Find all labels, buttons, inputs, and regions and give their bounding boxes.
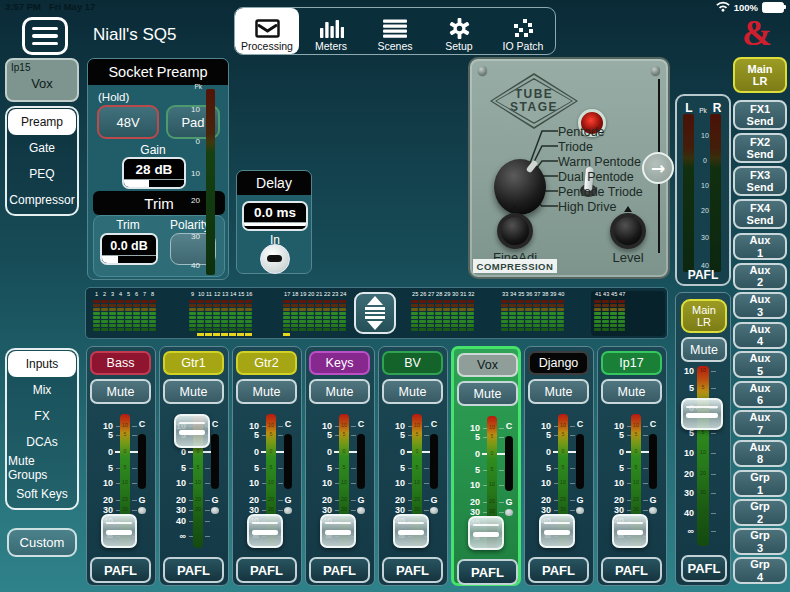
bank-tab-dcas[interactable]: DCAs [8, 429, 76, 455]
sends-aux-2-button[interactable]: Aux2 [733, 263, 787, 290]
delay-value-box[interactable]: 0.0 ms [242, 201, 308, 231]
menu-button[interactable] [22, 17, 68, 55]
meter-ch-37[interactable]: 37 [533, 291, 540, 331]
meter-scroll-button[interactable] [354, 292, 396, 334]
strip-gtr2-select-button[interactable]: Gtr2 [236, 351, 297, 375]
sends-fx2-send-button[interactable]: FX2Send [733, 133, 787, 163]
fader-cap[interactable] [174, 414, 210, 448]
fader-cap[interactable] [681, 398, 723, 430]
meter-ch-31[interactable]: 31 [459, 291, 466, 331]
strip-django-select-button[interactable]: Django [528, 351, 589, 375]
meter-ch-2[interactable]: 2 [101, 291, 108, 331]
expand-arrow-button[interactable]: → [642, 152, 674, 184]
sends-grp-3-button[interactable]: Grp3 [733, 528, 787, 555]
sends-grp-2-button[interactable]: Grp2 [733, 499, 787, 526]
meter-ch-5[interactable]: 5 [125, 291, 132, 331]
strip-gtr1-mute-button[interactable]: Mute [163, 379, 224, 404]
main-lr-select-button[interactable]: Main LR [681, 299, 727, 333]
gain-value-box[interactable]: 28 dB [122, 157, 186, 189]
meter-ch-17[interactable]: 17 [283, 291, 290, 336]
meter-ch-12[interactable]: 12 [213, 291, 220, 336]
fineadj-knob[interactable] [497, 213, 533, 249]
meter-ch-4[interactable]: 4 [117, 291, 124, 331]
meter-ch-13[interactable]: 13 [221, 291, 228, 336]
processing-tab-preamp[interactable]: Preamp [8, 109, 76, 135]
strip-gtr2-mute-button[interactable]: Mute [236, 379, 297, 404]
processing-tab-gate[interactable]: Gate [8, 135, 76, 161]
bank-tab-soft-keys[interactable]: Soft Keys [8, 481, 76, 507]
bank-tab-inputs[interactable]: Inputs [8, 351, 76, 377]
meter-ch-41[interactable]: 41 [594, 291, 601, 331]
meter-ch-32[interactable]: 32 [467, 291, 474, 331]
meter-ch-22[interactable]: 22 [323, 291, 330, 331]
strip-django-pafl-button[interactable]: PAFL [528, 557, 589, 583]
meter-ch-33[interactable]: 33 [501, 291, 508, 331]
meter-ch-24[interactable]: 24 [339, 291, 346, 331]
meter-ch-35[interactable]: 35 [517, 291, 524, 331]
tab-meters[interactable]: Meters [299, 8, 363, 54]
sends-grp-1-button[interactable]: Grp1 [733, 470, 787, 497]
strip-ip17-pafl-button[interactable]: PAFL [601, 557, 662, 583]
meter-ch-23[interactable]: 23 [331, 291, 338, 331]
meter-ch-10[interactable]: 10 [197, 291, 204, 336]
main-lr-pafl-button[interactable]: PAFL [681, 555, 727, 582]
sends-grp-4-button[interactable]: Grp4 [733, 557, 787, 584]
meter-ch-38[interactable]: 38 [541, 291, 548, 331]
strip-vox-select-button[interactable]: Vox [457, 353, 518, 377]
meter-ch-25[interactable]: 25 [411, 291, 418, 331]
strip-bv-pafl-button[interactable]: PAFL [382, 557, 443, 583]
meter-ch-43[interactable]: 43 [602, 291, 609, 331]
tube-mode-pentode-triode[interactable]: Pentode Triode [558, 185, 643, 199]
tube-mode-warm-pentode[interactable]: Warm Pentode [558, 155, 641, 169]
sends-aux-6-button[interactable]: Aux6 [733, 381, 787, 408]
meter-ch-19[interactable]: 19 [299, 291, 306, 331]
strip-keys-pafl-button[interactable]: PAFL [309, 557, 370, 583]
sends-aux-4-button[interactable]: Aux4 [733, 322, 787, 349]
meter-ch-39[interactable]: 39 [549, 291, 556, 331]
meter-ch-18[interactable]: 18 [291, 291, 298, 331]
strip-django-mute-button[interactable]: Mute [528, 379, 589, 404]
meter-ch-29[interactable]: 29 [443, 291, 450, 331]
channel-info-box[interactable]: Ip15 Vox [5, 58, 79, 102]
meter-ch-9[interactable]: 9 [189, 291, 196, 331]
meter-ch-28[interactable]: 28 [435, 291, 442, 331]
tube-mode-selector-knob[interactable] [494, 159, 546, 215]
meter-ch-6[interactable]: 6 [133, 291, 140, 331]
meter-ch-47[interactable]: 47 [618, 291, 625, 331]
tube-mode-pentode[interactable]: Pentode [558, 125, 605, 139]
trim-value-box[interactable]: 0.0 dB [100, 233, 158, 265]
meter-ch-8[interactable]: 8 [149, 291, 156, 331]
meter-ch-27[interactable]: 27 [427, 291, 434, 331]
tube-mode-dual-pentode[interactable]: Dual Pentode [558, 170, 634, 184]
fader-cap[interactable] [468, 516, 504, 550]
meter-ch-45[interactable]: 45 [610, 291, 617, 331]
meter-ch-7[interactable]: 7 [141, 291, 148, 331]
tube-mode-triode[interactable]: Triode [558, 140, 593, 154]
meter-ch-26[interactable]: 26 [419, 291, 426, 331]
strip-keys-select-button[interactable]: Keys [309, 351, 370, 375]
fader-track[interactable]: 10505102030 [697, 366, 709, 546]
fader-cap[interactable] [247, 514, 283, 548]
sends-main-lr-button[interactable]: MainLR [733, 57, 787, 93]
strip-vox-pafl-button[interactable]: PAFL [457, 559, 518, 585]
meter-ch-16[interactable]: 16 [245, 291, 252, 336]
meter-ch-40[interactable]: 40 [557, 291, 564, 331]
strip-keys-mute-button[interactable]: Mute [309, 379, 370, 404]
strip-vox-mute-button[interactable]: Mute [457, 381, 518, 406]
strip-gtr1-pafl-button[interactable]: PAFL [163, 557, 224, 583]
bank-tab-fx[interactable]: FX [8, 403, 76, 429]
bank-tab-mix[interactable]: Mix [8, 377, 76, 403]
strip-gtr1-select-button[interactable]: Gtr1 [163, 351, 224, 375]
meter-ch-3[interactable]: 3 [109, 291, 116, 331]
tab-io-patch[interactable]: IO Patch [491, 8, 555, 54]
meter-ch-20[interactable]: 20 [307, 291, 314, 331]
strip-bass-mute-button[interactable]: Mute [90, 379, 151, 404]
fader-cap[interactable] [320, 514, 356, 548]
meter-ch-30[interactable]: 30 [451, 291, 458, 331]
level-knob[interactable] [610, 213, 646, 249]
sends-aux-1-button[interactable]: Aux1 [733, 233, 787, 260]
tab-scenes[interactable]: Scenes [363, 8, 427, 54]
meter-ch-34[interactable]: 34 [509, 291, 516, 331]
tab-processing[interactable]: Processing [235, 8, 299, 54]
strip-gtr2-pafl-button[interactable]: PAFL [236, 557, 297, 583]
